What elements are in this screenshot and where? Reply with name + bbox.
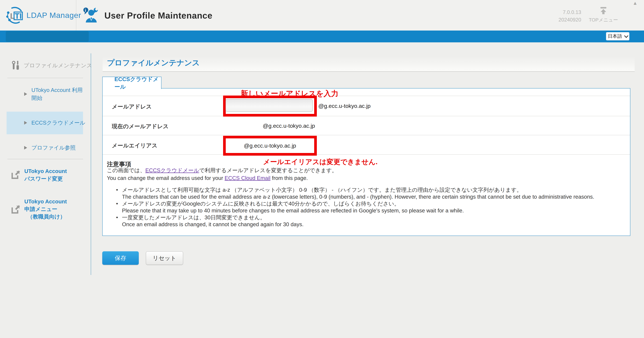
bullet-en: The characters that can be used for the … [122, 193, 594, 200]
mail-address-input[interactable] [226, 99, 313, 112]
reset-button[interactable]: リセット [146, 251, 183, 265]
app-title-block: i User Profile Maintenance [83, 6, 212, 25]
version-number: 7.0.0.13 [548, 8, 581, 16]
language-select[interactable]: 日本語 [606, 32, 629, 40]
row-separator [102, 96, 630, 96]
top-menu-arrow-icon [599, 6, 608, 15]
top-menu-label: TOPメニュー [588, 17, 619, 23]
top-menu-button[interactable]: TOPメニュー [588, 6, 619, 23]
label-mail-alias: メールエイリアス [112, 142, 158, 149]
row-separator [102, 116, 630, 116]
label-mail-address: メールアドレス [112, 103, 152, 111]
mail-alias-value: @g.ecc.u-tokyo.ac.jp [226, 138, 314, 153]
mail-domain-suffix: @g.ecc.u-tokyo.ac.jp [318, 103, 370, 109]
lti-logo-icon: L TI [6, 6, 24, 24]
annotation-new-address: 新しいメールアドレスを入力 [241, 89, 338, 99]
page-title: プロファイルメンテナンス [107, 58, 200, 68]
label-current-mail-address: 現在のメールアドレス [112, 123, 169, 130]
external-link-icon [10, 170, 21, 180]
sidebar-link-password-change[interactable]: UTokyo Accountパスワード変更 [10, 168, 67, 182]
notes-intro-en-after: from this page. [270, 175, 308, 181]
bullet-jp: 一度変更したメールアドレスは、30日間変更できません。 [122, 214, 594, 221]
notes-intro-jp-after: で利用するメールアドレスを変更することができます。 [199, 167, 337, 173]
sidebar-link-application-menu[interactable]: UTokyo Account申請メニュー（教職員向け） [10, 198, 67, 220]
scroll-top-icon[interactable]: ▲ [633, 0, 638, 6]
menu-bar [0, 30, 644, 42]
header: L TI LDAP Manager i User Profile Mainten… [0, 0, 644, 30]
bullet-en: Please note that it may take up to 40 mi… [122, 207, 594, 214]
arrow-right-icon [24, 92, 27, 96]
eccs-cloud-mail-link-jp[interactable]: ECCSクラウドメール [145, 167, 199, 173]
sidebar-item-utokyo-account-start[interactable]: UTokyo Account 利用開始 [24, 85, 83, 103]
sidebar-link-label: UTokyo Accountパスワード変更 [24, 168, 67, 182]
ldap-manager-logo: L TI LDAP Manager [6, 6, 81, 24]
arrow-right-icon [24, 146, 27, 150]
arrow-right-icon [24, 121, 27, 125]
notes-intro-en-before: You can change the email address used fo… [107, 175, 224, 181]
notes-intro-en: You can change the email address used fo… [107, 175, 308, 181]
sidebar-link-label: UTokyo Account申請メニュー（教職員向け） [24, 198, 67, 220]
notes-bullet: メールアドレスとして利用可能な文字は a-z （アルファベット小文字） 0-9 … [107, 186, 594, 200]
bullet-en: Once an email address is changed, it can… [122, 221, 594, 228]
language-select-value: 日本語 [608, 33, 622, 39]
user-profile-maintenance-icon: i [83, 7, 100, 24]
version-date: 20240920 [548, 16, 581, 24]
annotation-alias: メールエイリアスは変更できません. [263, 157, 378, 167]
row-separator [102, 154, 630, 155]
sidebar-separator [8, 78, 83, 78]
version-info: 7.0.0.13 20240920 [548, 8, 581, 24]
logo-text: LDAP Manager [26, 11, 81, 20]
sidebar-item-eccs-cloud-mail-content[interactable]: ECCSクラウドメール [24, 118, 85, 127]
current-mail-address-value: @g.ecc.u-tokyo.ac.jp [263, 123, 315, 129]
sidebar-separator [8, 159, 83, 159]
ldap-manager-page: L TI LDAP Manager i User Profile Mainten… [0, 0, 644, 338]
sidebar-item-label: ECCSクラウドメール [32, 119, 85, 127]
bullet-jp: メールアドレスとして利用可能な文字は a-z （アルファベット小文字） 0-9 … [122, 186, 594, 193]
save-button[interactable]: 保存 [102, 251, 139, 265]
header-divider [76, 0, 76, 30]
notes-intro-jp-before: この画面では、 [107, 167, 145, 173]
tab-label: ECCSクラウドメール [102, 75, 161, 91]
bullet-jp: メールアドレスの変更がGoogleのシステムに反映されるには最大で40分かかるの… [122, 200, 594, 207]
notes-bullet: メールアドレスの変更がGoogleのシステムに反映されるには最大で40分かかるの… [107, 200, 594, 214]
menu-bar-active-segment [6, 31, 89, 42]
svg-text:i: i [85, 8, 86, 12]
sidebar-heading-label: プロファイルメンテナンス [24, 62, 92, 69]
sidebar-item-profile-reference[interactable]: プロファイル参照 [24, 143, 76, 152]
svg-text:TI: TI [15, 11, 22, 20]
sidebar-item-label: プロファイル参照 [32, 144, 76, 152]
sidebar-heading: プロファイルメンテナンス [12, 60, 92, 71]
highlight-box-mail-alias: @g.ecc.u-tokyo.ac.jp [223, 136, 317, 156]
row-separator [102, 135, 630, 135]
notes-intro-jp: この画面では、ECCSクラウドメールで利用するメールアドレスを変更することができ… [107, 167, 337, 174]
tools-icon [12, 60, 20, 71]
external-link-icon [10, 204, 21, 215]
notes-bullet: 一度変更したメールアドレスは、30日間変更できません。 Once an emai… [107, 214, 594, 228]
notes-bullet-list: メールアドレスとして利用可能な文字は a-z （アルファベット小文字） 0-9 … [107, 186, 594, 228]
chevron-down-icon [624, 34, 628, 38]
tab-eccs-cloud-mail[interactable]: ECCSクラウドメール [102, 77, 162, 89]
sidebar-content-divider [91, 53, 91, 275]
eccs-cloud-email-link-en[interactable]: ECCS Cloud Email [224, 175, 270, 181]
sidebar-item-label: UTokyo Account 利用開始 [32, 86, 83, 102]
page-header-title: User Profile Maintenance [104, 10, 212, 20]
